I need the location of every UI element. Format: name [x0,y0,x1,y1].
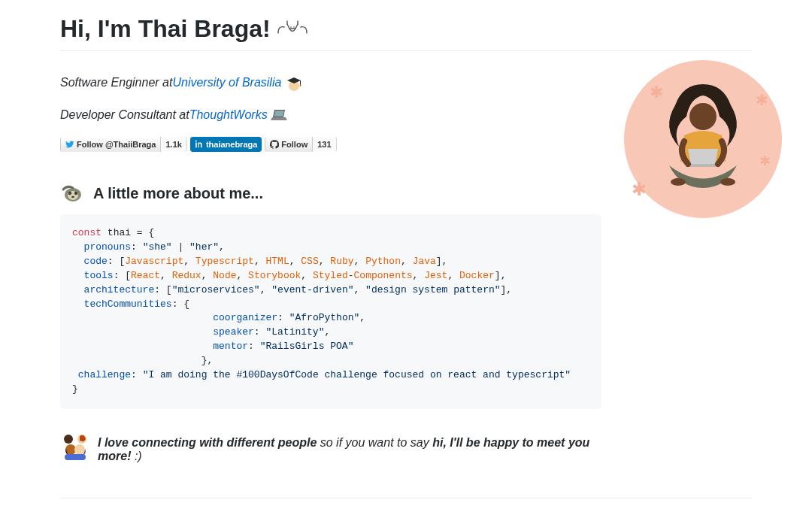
svg-point-21 [671,178,686,186]
role2-prefix: Developer Consultant at [60,105,189,125]
role-line-2: Developer Consultant at ThoughtWorks [60,105,601,125]
svg-text:✱: ✱ [650,83,663,102]
people-icon [60,432,90,463]
svg-text:✱: ✱ [756,92,768,108]
svg-point-1 [293,26,295,28]
twitter-follow-badge[interactable]: Follow @ThaiiBraga 1.1k [60,137,187,152]
code-block: const thai = { pronouns: "she" | "her", … [60,214,601,408]
svg-rect-14 [65,454,86,460]
twitter-icon [65,140,74,149]
svg-point-8 [74,192,77,195]
svg-point-13 [74,444,85,455]
about-heading: A little more about me... [60,182,601,205]
twitter-count: 1.1k [161,137,186,152]
graduate-icon [283,74,305,92]
connect-line: I love connecting with different people … [60,432,601,463]
laptop-icon [269,108,290,123]
linkedin-label: thaianebraga [206,140,257,149]
about-heading-text: A little more about me... [93,185,263,202]
footer-divider [60,498,752,498]
svg-point-4 [300,84,301,86]
connect-text: I love connecting with different people … [98,436,601,463]
svg-point-10 [64,435,73,444]
svg-text:✱: ✱ [632,179,647,199]
sloth-icon [60,182,86,205]
svg-point-20 [689,103,717,130]
twitter-label: Follow @ThaiiBraga [77,140,156,149]
thoughtworks-link[interactable]: ThoughtWorks [189,105,268,125]
linkedin-icon [195,140,204,149]
svg-point-9 [71,196,74,198]
social-badges: Follow @ThaiiBraga 1.1k thaianebraga Fol… [60,137,601,152]
svg-point-7 [68,192,71,195]
github-label: Follow [281,140,308,149]
github-icon [270,140,279,149]
svg-point-22 [720,178,735,186]
hero-illustration: ✱ ✱ ✱ ✱ [617,53,789,229]
svg-rect-3 [300,80,301,85]
cat-icon [277,20,308,39]
university-link[interactable]: University of Brasilia [172,72,281,92]
role1-prefix: Software Enginner at [60,72,172,92]
title-text: Hi, I'm Thai Braga! [60,15,271,43]
page-title: Hi, I'm Thai Braga! [60,15,752,51]
role-line-1: Software Enginner at University of Brasi… [60,72,601,92]
svg-point-0 [290,26,292,28]
github-count: 131 [313,137,336,152]
svg-text:✱: ✱ [759,153,771,168]
linkedin-badge[interactable]: thaianebraga [190,137,262,152]
github-follow-badge[interactable]: Follow 131 [265,137,336,152]
